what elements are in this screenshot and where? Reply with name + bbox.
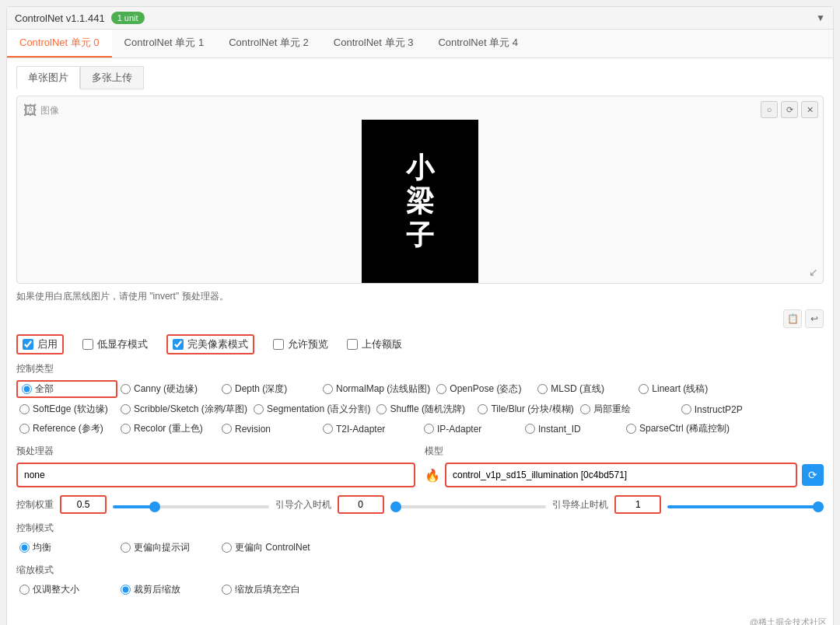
end-input[interactable]: 1 [614,495,661,514]
radio-segmentation-input[interactable] [254,404,264,414]
hint-text: 如果使用白底黑线图片，请使用 "invert" 预处理器。 [16,290,824,303]
fire-icon: 🔥 [425,468,440,483]
image-upload-area[interactable]: 🖼 图像 ○ ⟳ ✕ 小梁子 ↙ [16,96,824,284]
end-slider[interactable] [667,505,824,508]
preprocessor-col: 预处理器 none [16,445,415,487]
zoom-mode-label: 缩放模式 [16,564,824,577]
radio-t2i[interactable]: T2I-Adapter [320,421,421,437]
mode-balanced-input[interactable] [19,543,30,553]
upload-version-checkbox[interactable]: 上传额版 [347,337,402,351]
preview-image: 小梁子 [362,120,478,283]
control-mode-grid: 均衡 更偏向提示词 更偏向 ControlNet [16,539,824,556]
low-memory-checkbox[interactable]: 低显存模式 [82,337,148,351]
radio-all[interactable]: 全部 [16,380,117,398]
mode-controlnet[interactable]: 更偏向 ControlNet [219,539,320,556]
tab-unit-4[interactable]: ControlNet 单元 4 [425,30,530,58]
image-placeholder: 🖼 图像 [23,103,59,119]
mode-prompt-input[interactable] [121,543,131,553]
paste-btn[interactable]: ↩ [805,309,824,328]
allow-preview-checkbox[interactable]: 允许预览 [273,337,328,351]
radio-segmentation[interactable]: Segmentation (语义分割) [250,401,373,417]
weight-slider[interactable] [113,505,269,508]
radio-ipadapter-input[interactable] [424,424,434,434]
zoom-fill[interactable]: 缩放后填充空白 [219,581,320,598]
enable-checkbox[interactable]: 启用 [16,334,64,354]
radio-all-input[interactable] [22,384,32,394]
radio-instructp2p[interactable]: InstructP2P [678,401,779,417]
radio-instantid[interactable]: Instant_ID [522,421,623,437]
start-slider[interactable] [390,505,547,508]
zoom-crop-input[interactable] [121,585,131,595]
expand-arrow[interactable]: ↙ [809,266,818,278]
radio-mlsd[interactable]: MLSD (直线) [534,380,635,398]
preprocessor-select[interactable]: none [16,463,415,487]
radio-depth[interactable]: Depth (深度) [219,380,320,398]
radio-revision-input[interactable] [222,424,232,434]
tab-unit-3[interactable]: ControlNet 单元 3 [321,30,426,58]
start-slider-container [390,499,547,511]
radio-revision[interactable]: Revision [219,421,320,437]
zoom-resize-input[interactable] [19,585,30,595]
radio-canny[interactable]: Canny (硬边缘) [117,380,219,398]
perfect-pixel-checkbox[interactable]: 完美像素模式 [166,334,254,354]
radio-sparsectrl-input[interactable] [626,424,636,434]
radio-openpose-input[interactable] [436,384,446,394]
radio-scribble[interactable]: Scribble/Sketch (涂鸦/草图) [117,401,250,417]
copy-btn[interactable]: 📋 [783,309,802,328]
zoom-crop[interactable]: 裁剪后缩放 [117,581,219,598]
radio-shuffle-input[interactable] [376,404,387,414]
control-mode-section: 控制模式 均衡 更偏向提示词 更偏向 ControlNet [16,522,824,556]
radio-sparsectrl[interactable]: SparseCtrl (稀疏控制) [623,421,733,437]
radio-ipadapter[interactable]: IP-Adapter [421,421,522,437]
image-reset-btn[interactable]: ○ [761,101,778,118]
low-memory-input[interactable] [82,339,93,350]
start-input[interactable]: 0 [338,495,384,514]
upload-tab-multi[interactable]: 多张上传 [80,66,144,89]
radio-recolor[interactable]: Recolor (重上色) [117,421,219,437]
radio-softedge[interactable]: SoftEdge (软边缘) [16,401,117,417]
model-select-row: 🔥 control_v1p_sd15_illumination [0c4bd57… [425,463,824,487]
upload-version-input[interactable] [347,339,358,350]
radio-normalmap[interactable]: NormalMap (法线贴图) [320,380,433,398]
radio-recolor-input[interactable] [121,424,131,434]
preview-text: 小梁子 [406,151,434,252]
perfect-pixel-input[interactable] [173,339,184,350]
radio-instantid-input[interactable] [525,424,535,434]
upload-tab-single[interactable]: 单张图片 [16,66,80,89]
radio-t2i-input[interactable] [323,424,333,434]
tab-unit-1[interactable]: ControlNet 单元 1 [112,30,217,58]
model-select[interactable]: control_v1p_sd15_illumination [0c4bd571] [445,463,797,487]
radio-lineart-input[interactable] [639,384,649,394]
mode-prompt[interactable]: 更偏向提示词 [117,539,219,556]
radio-canny-input[interactable] [121,384,131,394]
mode-controlnet-input[interactable] [222,543,232,553]
radio-openpose[interactable]: OpenPose (姿态) [433,380,534,398]
radio-mlsd-input[interactable] [537,384,548,394]
model-refresh-btn[interactable]: ⟳ [802,464,824,486]
radio-scribble-input[interactable] [121,404,131,414]
radio-tile[interactable]: Tile/Blur (分块/模糊) [474,401,576,417]
radio-tile-input[interactable] [478,404,488,414]
radio-softedge-input[interactable] [19,404,30,414]
radio-depth-input[interactable] [222,384,232,394]
image-close-btn[interactable]: ✕ [801,101,818,118]
image-refresh-btn[interactable]: ⟳ [781,101,798,118]
radio-reference-input[interactable] [19,424,30,434]
radio-normalmap-input[interactable] [323,384,333,394]
mode-balanced[interactable]: 均衡 [16,539,117,556]
allow-preview-input[interactable] [273,339,284,350]
weight-input[interactable]: 0.5 [60,495,107,514]
radio-inpaint-input[interactable] [580,404,590,414]
enable-input[interactable] [23,339,33,350]
radio-inpaint[interactable]: 局部重绘 [577,401,678,417]
radio-shuffle[interactable]: Shuffle (随机洗牌) [373,401,474,417]
tab-unit-0[interactable]: ControlNet 单元 0 [7,30,112,58]
zoom-resize[interactable]: 仅调整大小 [16,581,117,598]
header-dropdown-arrow[interactable]: ▼ [816,12,825,23]
tab-unit-2[interactable]: ControlNet 单元 2 [216,30,321,58]
zoom-fill-input[interactable] [222,585,232,595]
radio-lineart[interactable]: Lineart (线稿) [635,380,737,398]
radio-reference[interactable]: Reference (参考) [16,421,117,437]
control-type-label: 控制类型 [16,362,824,375]
radio-instructp2p-input[interactable] [681,404,691,414]
